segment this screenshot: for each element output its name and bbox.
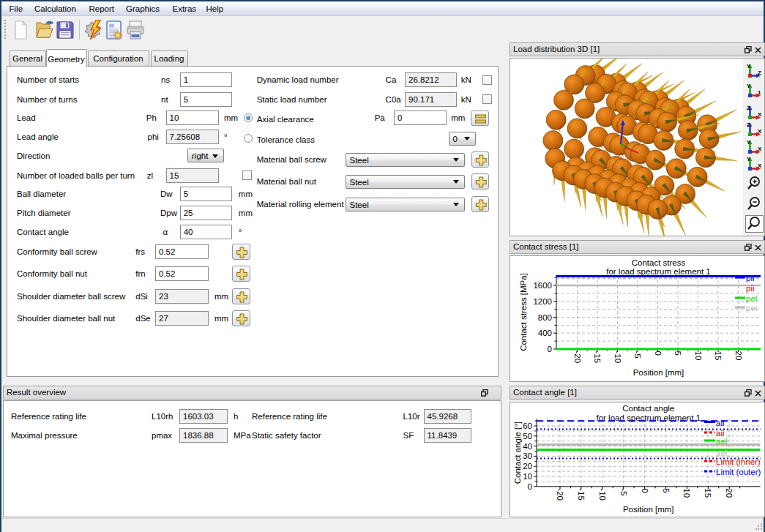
svg-text:5: 5 — [662, 488, 671, 492]
svg-text:X: X — [758, 128, 762, 135]
svg-text:20: 20 — [734, 351, 743, 361]
svg-text:Contact angle [°]: Contact angle [°] — [513, 422, 522, 484]
svg-text:for load spectrum element 1: for load spectrum element 1 — [606, 267, 711, 276]
svg-text:-5: -5 — [619, 488, 628, 495]
svg-text:Contact stress: Contact stress — [632, 258, 686, 267]
svg-text:30: 30 — [523, 452, 532, 460]
svg-text:15: 15 — [704, 488, 712, 498]
svg-text:X: X — [758, 146, 762, 152]
svg-text:Y: Y — [747, 139, 751, 146]
svg-text:20: 20 — [523, 462, 532, 471]
svg-text:10: 10 — [523, 472, 532, 481]
svg-text:40: 40 — [523, 441, 532, 450]
svg-text:ail: ail — [716, 418, 725, 427]
svg-text:Y: Y — [747, 83, 751, 89]
svg-text:0: 0 — [641, 488, 649, 492]
svg-text:1600: 1600 — [533, 281, 552, 290]
svg-text:Contact stress [MPa]: Contact stress [MPa] — [519, 273, 528, 351]
svg-text:0: 0 — [548, 345, 552, 353]
svg-text:Position [mm]: Position [mm] — [623, 505, 674, 514]
svg-text:per: per — [746, 304, 758, 312]
svg-text:1: 1 — [758, 89, 761, 96]
svg-text:Y: Y — [747, 63, 751, 70]
svg-text:0: 0 — [528, 482, 532, 490]
svg-text:1200: 1200 — [533, 297, 552, 306]
svg-text:Y: Y — [747, 156, 751, 162]
svg-text:-15: -15 — [593, 351, 602, 364]
svg-text:400: 400 — [538, 329, 552, 337]
svg-text:20: 20 — [725, 488, 734, 498]
svg-text:50: 50 — [523, 431, 532, 440]
svg-text:-20: -20 — [556, 488, 564, 501]
svg-text:15: 15 — [714, 351, 723, 361]
svg-text:-10: -10 — [598, 488, 607, 501]
svg-text:X: X — [758, 162, 762, 169]
svg-text:X: X — [758, 111, 762, 118]
svg-text:-5: -5 — [633, 351, 642, 359]
svg-text:Z: Z — [747, 121, 750, 128]
svg-text:Z: Z — [747, 105, 750, 111]
svg-text:Position [mm]: Position [mm] — [633, 368, 684, 377]
svg-text:Limit (outer): Limit (outer) — [716, 468, 761, 476]
svg-text:60: 60 — [523, 422, 532, 430]
svg-text:pel: pel — [746, 294, 757, 303]
svg-text:ael: ael — [716, 437, 727, 446]
svg-text:ael: ael — [716, 448, 727, 457]
svg-text:pii: pii — [746, 284, 755, 293]
svg-text:800: 800 — [538, 313, 552, 322]
svg-text:5: 5 — [673, 351, 682, 356]
svg-text:Contact angle: Contact angle — [622, 404, 674, 413]
svg-text:pil: pil — [746, 274, 755, 282]
svg-text:10: 10 — [682, 488, 691, 498]
svg-text:-10: -10 — [613, 351, 622, 364]
svg-text:-15: -15 — [577, 488, 586, 501]
svg-text:-20: -20 — [573, 351, 582, 364]
svg-text:10: 10 — [694, 351, 703, 361]
svg-text:Z: Z — [758, 70, 761, 76]
svg-text:0: 0 — [654, 351, 663, 356]
svg-text:Limit (inner): Limit (inner) — [716, 457, 761, 466]
